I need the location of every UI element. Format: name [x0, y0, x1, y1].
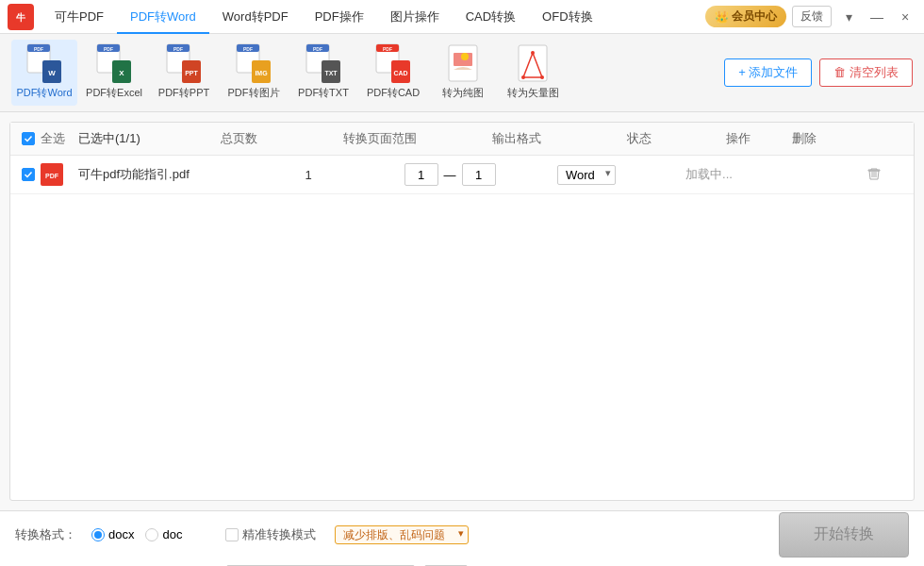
titlebar-right: 👑 会员中心 反馈 ▾ — × — [705, 6, 916, 28]
app-logo: 牛 — [8, 4, 34, 30]
nav-tab-home[interactable]: 可牛PDF — [41, 0, 117, 34]
header-status: 状态 — [578, 130, 701, 147]
convert-format-label: 转换格式： — [15, 526, 76, 543]
range-separator: — — [444, 168, 456, 182]
header-selected: 已选中(1/1) — [78, 130, 173, 147]
to-vector-icon — [514, 45, 552, 83]
format-doc-label: doc — [162, 527, 182, 541]
row-delete-button[interactable] — [846, 166, 902, 184]
svg-text:PDF: PDF — [104, 46, 113, 52]
svg-text:X: X — [119, 69, 124, 77]
file-pdf-icon: PDF — [41, 163, 63, 186]
svg-text:PDF: PDF — [313, 46, 322, 52]
header-action: 操作 — [701, 130, 776, 147]
pdf-to-word-icon: PDF W — [25, 45, 63, 83]
tool-to-plain[interactable]: 转为纯图 — [430, 40, 496, 106]
table-row: PDF 可牛pdf功能指引.pdf 1 — Word Excel PPT — [10, 156, 914, 194]
header-page-range: 转换页面范围 — [305, 130, 455, 147]
vip-button[interactable]: 👑 会员中心 — [705, 6, 786, 27]
svg-text:CAD: CAD — [393, 70, 407, 76]
menu-button[interactable]: ▾ — [837, 6, 860, 28]
row-checkbox[interactable] — [22, 168, 35, 181]
svg-text:TXT: TXT — [324, 70, 338, 76]
header-check: 全选 — [22, 130, 78, 147]
svg-text:PDF: PDF — [34, 46, 43, 52]
header-output-format: 输出格式 — [455, 130, 578, 147]
issue-select-container: 减少排版、乱码问题 最佳兼容模式 高精度模式 — [335, 525, 469, 544]
row-filename-cell: 可牛pdf功能指引.pdf — [78, 166, 242, 183]
tool-pdf-to-word[interactable]: PDF W PDF转Word — [11, 40, 77, 106]
pdf-to-image-icon: PDF IMG — [235, 45, 272, 83]
nav-tabs: 可牛PDF PDF转Word Word转PDF PDF操作 图片操作 CAD转换… — [41, 0, 705, 34]
row-format-select-wrap: Word Excel PPT — [525, 165, 648, 185]
tool-to-vector-label: 转为矢量图 — [507, 86, 559, 100]
row-total-pages: 1 — [242, 168, 374, 182]
add-file-button[interactable]: + 添加文件 — [724, 58, 812, 87]
svg-text:牛: 牛 — [16, 12, 26, 23]
precise-mode-check: 精准转换模式 — [225, 526, 316, 543]
format-docx-label: docx — [108, 527, 134, 541]
svg-text:PDF: PDF — [45, 173, 59, 179]
tool-pdf-to-cad-label: PDF转CAD — [367, 86, 420, 100]
to-plain-icon — [444, 45, 482, 83]
precise-mode-checkbox[interactable] — [225, 528, 239, 541]
format-doc-option[interactable]: doc — [145, 527, 182, 541]
close-button[interactable]: × — [894, 6, 916, 28]
svg-text:W: W — [48, 69, 56, 77]
bottom-row-format: 转换格式： docx doc 精准转换模式 减少排版、乱码问题 最佳兼容模式 高… — [15, 512, 909, 558]
format-docx-radio[interactable] — [91, 528, 105, 541]
tool-pdf-to-cad[interactable]: PDF CAD PDF转CAD — [360, 40, 426, 106]
svg-text:IMG: IMG — [255, 70, 268, 76]
pdf-to-cad-icon: PDF CAD — [374, 45, 412, 83]
clear-list-button[interactable]: 🗑 清空列表 — [819, 58, 913, 87]
select-all-checkbox[interactable] — [22, 132, 35, 145]
svg-point-38 — [540, 75, 544, 79]
row-status: 加载中... — [648, 166, 770, 183]
tool-pdf-to-ppt-label: PDF转PPT — [158, 86, 209, 100]
nav-tab-pdf-ops[interactable]: PDF操作 — [302, 0, 377, 34]
feedback-button[interactable]: 反馈 — [792, 6, 832, 27]
start-convert-button[interactable]: 开始转换 — [779, 512, 909, 558]
format-radio-group: docx doc — [91, 527, 182, 541]
tool-pdf-to-word-label: PDF转Word — [16, 86, 72, 100]
format-select-container: Word Excel PPT — [557, 165, 616, 185]
pdf-to-ppt-icon: PDF PPT — [165, 45, 203, 83]
svg-point-37 — [531, 51, 535, 55]
tool-pdf-to-image-label: PDF转图片 — [228, 86, 280, 100]
svg-point-36 — [521, 75, 525, 79]
tool-pdf-to-txt[interactable]: PDF TXT PDF转TXT — [290, 40, 356, 106]
issue-select[interactable]: 减少排版、乱码问题 最佳兼容模式 高精度模式 — [335, 525, 469, 544]
minimize-button[interactable]: — — [866, 6, 888, 28]
tool-pdf-to-image[interactable]: PDF IMG PDF转图片 — [221, 40, 287, 106]
main-content: 全选 已选中(1/1) 总页数 转换页面范围 输出格式 状态 操作 删除 PDF — [0, 112, 924, 510]
format-docx-option[interactable]: docx — [91, 527, 134, 541]
bottom-bar: 转换格式： docx doc 精准转换模式 减少排版、乱码问题 最佳兼容模式 高… — [0, 510, 924, 566]
table-header: 全选 已选中(1/1) 总页数 转换页面范围 输出格式 状态 操作 删除 — [10, 123, 914, 156]
tool-pdf-to-excel[interactable]: PDF X PDF转Excel — [81, 40, 147, 106]
nav-tab-ofd-convert[interactable]: OFD转换 — [529, 0, 605, 34]
row-check: PDF — [22, 163, 78, 186]
nav-tab-word-to-pdf[interactable]: Word转PDF — [209, 0, 302, 34]
crown-icon: 👑 — [715, 10, 729, 24]
pdf-to-excel-icon: PDF X — [95, 45, 133, 83]
header-total-pages: 总页数 — [173, 130, 305, 147]
tool-to-plain-label: 转为纯图 — [442, 86, 484, 100]
format-select[interactable]: Word Excel PPT — [557, 165, 616, 185]
pdf-to-txt-icon: PDF TXT — [305, 45, 342, 83]
tool-pdf-to-txt-label: PDF转TXT — [298, 86, 349, 100]
page-range-start-input[interactable] — [404, 163, 438, 186]
nav-tab-pdf-to-word[interactable]: PDF转Word — [117, 0, 209, 34]
nav-tab-cad-convert[interactable]: CAD转换 — [453, 0, 529, 34]
format-doc-radio[interactable] — [145, 528, 158, 541]
tool-pdf-to-excel-label: PDF转Excel — [86, 86, 142, 100]
svg-text:PDF: PDF — [173, 46, 183, 52]
svg-text:PDF: PDF — [243, 46, 253, 52]
select-all-label: 全选 — [41, 130, 65, 147]
tool-to-vector[interactable]: 转为矢量图 — [500, 40, 566, 106]
subtoolbar: PDF W PDF转Word PDF X PDF转Excel PDF — [0, 34, 924, 112]
file-table: 全选 已选中(1/1) 总页数 转换页面范围 输出格式 状态 操作 删除 PDF — [9, 122, 915, 501]
nav-tab-image-ops[interactable]: 图片操作 — [377, 0, 453, 34]
tool-pdf-to-ppt[interactable]: PDF PPT PDF转PPT — [151, 40, 217, 106]
row-page-range: — — [374, 163, 525, 186]
page-range-end-input[interactable] — [462, 163, 496, 186]
